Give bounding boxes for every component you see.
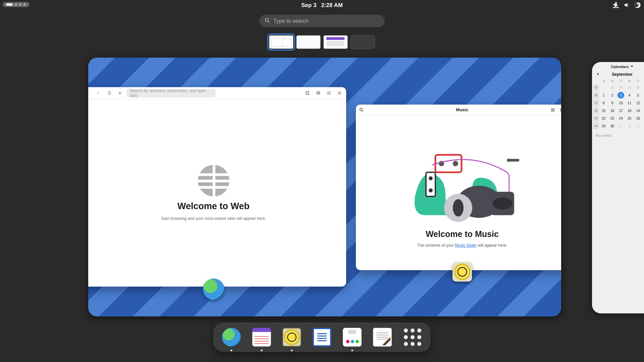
clock-button[interactable]: Sep 3 2:28 AM <box>301 2 343 9</box>
calendar-weekday-label: W <box>625 79 634 83</box>
calendar-week-number: 36 <box>593 92 599 99</box>
app-grid-icon <box>403 328 422 347</box>
calendar-day[interactable]: 29 <box>599 123 608 129</box>
close-icon[interactable] <box>335 89 343 97</box>
calendar-day[interactable]: 12 <box>634 100 643 106</box>
web-app-icon <box>203 279 224 300</box>
calendar-weekday-label: F <box>642 79 644 83</box>
dock-item-notes[interactable] <box>311 326 333 348</box>
calendar-week-number: 35 <box>593 84 599 91</box>
workspace-preview-2[interactable]: Calendars September SMTWTF 3525262728293… <box>592 62 644 313</box>
calendar-day[interactable]: 30 <box>608 123 617 129</box>
calendar-day[interactable]: 3 <box>618 92 624 99</box>
hamburger-icon[interactable] <box>325 89 333 97</box>
globe-icon <box>198 165 229 196</box>
bookmarks-icon[interactable] <box>314 89 322 97</box>
hamburger-icon[interactable] <box>550 107 557 113</box>
window-web[interactable]: Search for websites, bookmarks, and open… <box>88 87 346 287</box>
search-placeholder: Type to search <box>273 18 309 24</box>
svg-rect-4 <box>305 91 307 93</box>
dock-item-software[interactable] <box>341 326 363 348</box>
url-placeholder: Search for websites, bookmarks, and open… <box>130 88 212 98</box>
prev-month-icon[interactable] <box>596 72 601 77</box>
tab-overview-icon[interactable] <box>303 89 311 97</box>
workspace-thumb-2[interactable] <box>296 35 321 49</box>
music-folder-link[interactable]: Music folder <box>455 243 477 248</box>
back-icon[interactable] <box>88 89 92 97</box>
calendar-day[interactable]: 15 <box>599 107 608 114</box>
forward-icon[interactable] <box>94 89 102 97</box>
chevron-down-icon <box>630 65 634 69</box>
calendar-day[interactable]: 11 <box>625 100 634 106</box>
calendar-day[interactable]: 25 <box>625 115 634 122</box>
svg-rect-1 <box>614 5 618 6</box>
calendar-day[interactable]: 9 <box>608 100 617 106</box>
calendar-day[interactable]: 18 <box>625 107 634 114</box>
calendar-week-number: 37 <box>593 100 599 106</box>
running-indicator-dot <box>291 350 293 351</box>
workspace-indicator-dot <box>23 3 26 6</box>
calendar-grid: 3525262728293612345378910111238151617181… <box>592 84 644 129</box>
running-indicator-dot <box>231 350 232 351</box>
calendar-day <box>642 107 644 114</box>
volume-icon <box>623 2 630 10</box>
workspace-preview-1[interactable]: Search for websites, bookmarks, and open… <box>88 58 561 316</box>
calendar-day[interactable]: 16 <box>608 107 617 114</box>
calendar-day[interactable]: 24 <box>616 115 625 122</box>
web-toolbar: Search for websites, bookmarks, and open… <box>88 87 346 99</box>
calendar-day[interactable]: 22 <box>599 115 608 122</box>
top-bar: Sep 3 2:28 AM <box>0 0 644 11</box>
svg-rect-7 <box>308 93 309 95</box>
text-edit-icon <box>373 328 392 347</box>
overview-search[interactable]: Type to search <box>259 15 385 27</box>
calendar-day <box>642 123 644 129</box>
dock-item-text-edit[interactable] <box>372 326 393 348</box>
new-tab-icon[interactable] <box>116 89 124 97</box>
workspace-thumb-3[interactable] <box>323 35 348 49</box>
workspace-thumb-new[interactable] <box>351 35 375 49</box>
calendar-day[interactable]: 29 <box>642 84 644 91</box>
dock-item-music[interactable] <box>281 326 303 348</box>
calendar-day[interactable]: 5 <box>634 92 643 99</box>
music-title: Music <box>456 107 469 112</box>
calendar-day[interactable]: 26 <box>634 115 643 122</box>
dock-item-web[interactable] <box>221 326 242 348</box>
calendar-day[interactable]: 25 <box>608 84 617 91</box>
calendar-weekday-label: T <box>616 79 625 83</box>
notes-icon <box>313 328 331 347</box>
calendar-week-number: 38 <box>593 107 599 114</box>
url-bar[interactable]: Search for websites, bookmarks, and open… <box>126 89 216 98</box>
window-music[interactable]: Music <box>356 105 561 270</box>
calendar-day[interactable]: 17 <box>616 107 625 114</box>
calendar-day[interactable]: 1 <box>616 123 625 129</box>
reload-icon[interactable] <box>105 89 113 97</box>
activities-button[interactable] <box>3 2 29 7</box>
calendar-day[interactable]: 1 <box>599 92 608 99</box>
calendar-day[interactable]: 27 <box>625 84 634 91</box>
svg-rect-13 <box>551 111 555 112</box>
close-icon[interactable] <box>559 107 561 113</box>
calendar-day[interactable]: 2 <box>625 123 634 129</box>
dock-item-app-grid[interactable] <box>402 326 423 348</box>
calendar-month-label: September <box>612 72 633 77</box>
svg-rect-11 <box>551 109 555 109</box>
calendars-menu[interactable]: Calendars <box>592 63 644 70</box>
calendar-day[interactable]: 4 <box>625 92 634 99</box>
calendar-day[interactable]: 26 <box>616 84 625 91</box>
calendar-day[interactable]: 28 <box>634 84 643 91</box>
svg-rect-9 <box>327 93 330 94</box>
calendar-day[interactable]: 19 <box>634 107 643 114</box>
svg-rect-17 <box>426 172 435 196</box>
calendar-day[interactable]: 3 <box>634 123 643 129</box>
calendar-day[interactable]: 23 <box>608 115 617 122</box>
workspace-indicator-dot <box>15 3 17 6</box>
calendar-day[interactable]: 10 <box>616 100 625 106</box>
search-icon[interactable] <box>359 107 366 113</box>
svg-rect-21 <box>509 159 519 162</box>
calendar-day[interactable]: 2 <box>608 92 617 99</box>
workspace-thumb-1[interactable] <box>269 35 293 49</box>
dock-item-calendar[interactable] <box>251 326 272 348</box>
calendar-day[interactable]: 8 <box>599 100 608 106</box>
system-status-area[interactable] <box>612 2 641 10</box>
calendar-month-header: September <box>592 70 644 79</box>
